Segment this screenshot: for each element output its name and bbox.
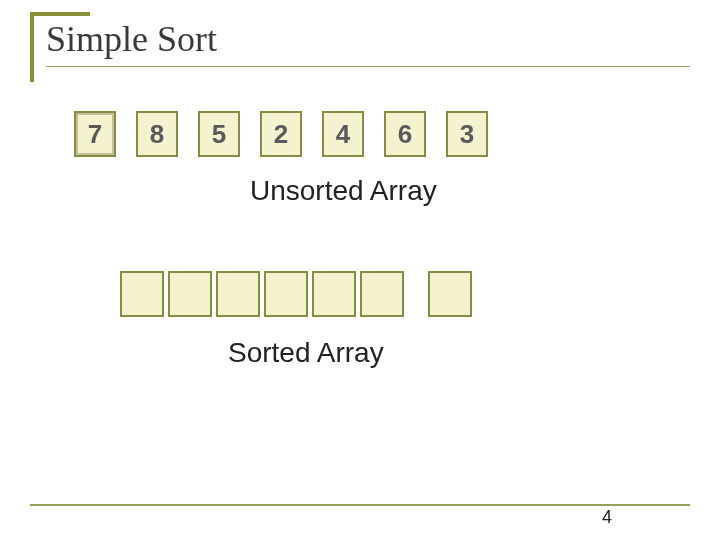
array-cell: 5 <box>198 111 240 157</box>
spacer <box>40 207 680 271</box>
sorted-array-row <box>120 271 680 317</box>
array-cell <box>360 271 404 317</box>
array-cell: 7 <box>74 111 116 157</box>
unsorted-array-row: 7 8 5 2 4 6 3 <box>74 111 680 157</box>
unsorted-label: Unsorted Array <box>250 175 680 207</box>
page-number: 4 <box>602 507 612 528</box>
array-cell <box>120 271 164 317</box>
content: 7 8 5 2 4 6 3 Unsorted Array Sorted Arra… <box>30 81 690 369</box>
title-rule <box>46 66 690 67</box>
array-cell <box>312 271 356 317</box>
array-cell: 4 <box>322 111 364 157</box>
array-cell: 6 <box>384 111 426 157</box>
title-block: Simple Sort <box>30 12 690 81</box>
array-cell <box>216 271 260 317</box>
array-cell <box>428 271 472 317</box>
array-cell <box>168 271 212 317</box>
slide-title: Simple Sort <box>46 18 690 60</box>
array-cell: 3 <box>446 111 488 157</box>
footer-rule <box>30 504 690 506</box>
sorted-label: Sorted Array <box>228 337 680 369</box>
title-accent-vertical <box>30 12 34 82</box>
array-cell: 2 <box>260 111 302 157</box>
title-accent-horizontal <box>30 12 90 16</box>
array-cell <box>264 271 308 317</box>
array-cell: 8 <box>136 111 178 157</box>
slide: Simple Sort 7 8 5 2 4 6 3 Unsorted Array… <box>0 0 720 540</box>
